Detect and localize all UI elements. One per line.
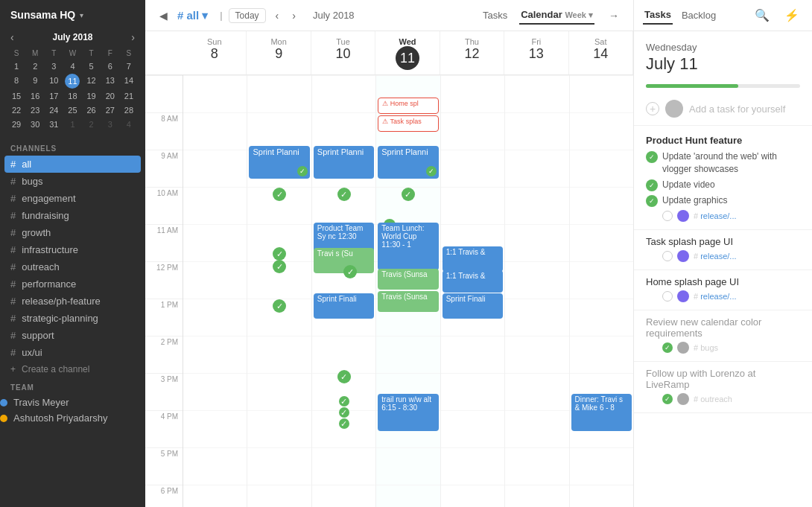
dom-tue: 10: [314, 46, 372, 62]
mini-cal-day[interactable]: 3: [45, 60, 63, 73]
event-sprint-planni-mon[interactable]: Sprint Planni: [249, 146, 309, 179]
avatar: [0, 415, 7, 422]
mini-cal-day[interactable]: 11: [65, 74, 80, 89]
mini-cal-day[interactable]: 8: [7, 74, 25, 89]
sidebar-item-bugs[interactable]: #bugs: [0, 173, 145, 190]
event-sprint-planni-tue[interactable]: Sprint Planni: [314, 146, 374, 179]
sidebar-item-growth[interactable]: #growth: [0, 224, 145, 241]
progress-bar: [646, 84, 738, 88]
mini-cal-day[interactable]: 23: [26, 103, 44, 117]
sidebar-item-support[interactable]: #support: [0, 327, 145, 344]
mini-cal-day[interactable]: 25: [63, 103, 81, 117]
search-btn[interactable]: 🔍: [751, 7, 773, 24]
prev-week-btn[interactable]: ‹: [272, 7, 283, 24]
mini-cal-day[interactable]: 18: [63, 89, 81, 103]
mini-cal-day[interactable]: 9: [26, 74, 44, 89]
day-col-tue: Sprint Planni Product Team Sy nc 12:30 T…: [311, 75, 375, 507]
add-task-row[interactable]: + Add a task for yourself: [634, 95, 812, 126]
sidebar-item-ux-ui[interactable]: #ux/ui: [0, 344, 145, 361]
expand-btn[interactable]: →: [605, 7, 623, 24]
mini-cal-day[interactable]: 6: [101, 60, 119, 73]
mini-cal-day[interactable]: 29: [7, 118, 25, 131]
mini-cal-day[interactable]: 10: [45, 74, 63, 89]
sidebar-item-engagement[interactable]: #engagement: [0, 190, 145, 207]
mini-cal-day[interactable]: 30: [26, 118, 44, 131]
right-date-header: Wednesday July 11: [634, 31, 812, 78]
sidebar-item-infrastructure[interactable]: #infrastructure: [0, 241, 145, 258]
today-btn[interactable]: Today: [229, 8, 266, 23]
hash-icon: #: [10, 296, 16, 307]
mini-cal-day[interactable]: 20: [101, 89, 119, 103]
event-sprint-final-tue[interactable]: Sprint Finali: [314, 293, 374, 319]
channel-name: bugs: [22, 176, 42, 187]
mini-cal-day[interactable]: 7: [120, 60, 138, 73]
event-team-lunch[interactable]: Team Lunch: World Cup 11:30 - 1: [378, 223, 438, 270]
calendar-toolbar: ◀ # all ▾ | Today ‹ › July 2018 Tasks Ca…: [145, 0, 633, 31]
sidebar-item-outreach[interactable]: #outreach: [0, 258, 145, 275]
channel-name: engagement: [22, 193, 75, 204]
mini-cal-prev[interactable]: ‹: [7, 31, 17, 43]
mini-cal-day[interactable]: 21: [120, 89, 138, 103]
event-task-splash[interactable]: ⚠ Task splas: [378, 115, 438, 132]
day-col-mon: Sprint Planni: [247, 75, 311, 507]
calendar-tab[interactable]: Calendar Week ▾: [519, 6, 594, 25]
mini-cal-day[interactable]: 24: [45, 103, 63, 117]
mini-cal-day[interactable]: 15: [7, 89, 25, 103]
mini-cal-day[interactable]: 26: [83, 103, 101, 117]
tasks-tab[interactable]: Tasks: [481, 7, 509, 24]
mini-cal-day[interactable]: 2: [83, 118, 101, 131]
mini-cal-day[interactable]: 17: [45, 89, 63, 103]
create-channel-label: Create a channel: [22, 364, 89, 374]
channel-name: release/ph-feature: [22, 296, 101, 307]
channel-name: growth: [22, 227, 51, 238]
task-splash-ui: Task splash page UI release/...: [634, 230, 812, 270]
sidebar-item-performance[interactable]: #performance: [0, 275, 145, 293]
hash-icon: #: [10, 159, 16, 170]
mini-cal-day[interactable]: 4: [120, 118, 138, 131]
add-task-placeholder: Add a task for yourself: [689, 103, 785, 115]
event-travis-thu-1[interactable]: 1:1 Travis &: [443, 246, 503, 272]
mini-cal-day[interactable]: 28: [120, 103, 138, 117]
sidebar-item-release-ph-feature[interactable]: #release/ph-feature: [0, 293, 145, 310]
mini-cal-day[interactable]: 4: [63, 60, 81, 73]
task-splash-meta: release/...: [646, 250, 800, 262]
add-task-icon: +: [646, 102, 659, 115]
mini-cal-day[interactable]: 22: [7, 103, 25, 117]
mini-cal-day[interactable]: 1: [7, 60, 25, 73]
mini-cal-day[interactable]: 1: [63, 118, 81, 131]
team-member-name: Travis Meyer: [13, 397, 69, 408]
mini-cal-day[interactable]: 14: [120, 74, 138, 89]
dom-thu: 12: [443, 46, 501, 62]
dow-tue: Tue: [314, 37, 372, 46]
mini-cal-day[interactable]: 5: [83, 60, 101, 73]
next-week-btn[interactable]: ›: [288, 7, 299, 24]
right-tasks-tab[interactable]: Tasks: [643, 6, 673, 25]
create-channel-btn[interactable]: + Create a channel: [0, 361, 145, 377]
user-avatar: [665, 100, 683, 118]
mini-cal-day[interactable]: 3: [101, 118, 119, 131]
sidebar-item-all[interactable]: #all: [4, 156, 141, 173]
event-dinner-sat[interactable]: Dinner: Travi s & Mike 6 - 8: [571, 394, 632, 431]
mini-cal-day[interactable]: 27: [101, 103, 119, 117]
mini-cal-day[interactable]: 13: [101, 74, 119, 89]
sidebar-item-fundraising[interactable]: #fundraising: [0, 207, 145, 224]
event-travis-wed-2[interactable]: Travis (Sunsa: [378, 291, 438, 312]
dom-fri: 13: [507, 46, 565, 62]
right-backlog-tab[interactable]: Backlog: [680, 7, 717, 24]
event-travis-thu-2[interactable]: 1:1 Travis &: [443, 270, 503, 293]
event-trail-run[interactable]: trail run w/w alt 6:15 - 8:30: [378, 394, 438, 431]
task-check-done-3: [646, 195, 658, 207]
event-sprint-final-thu[interactable]: Sprint Finali: [443, 293, 503, 319]
mini-cal-day[interactable]: 2: [26, 60, 44, 73]
mini-cal-day[interactable]: 12: [83, 74, 101, 89]
mini-cal-day[interactable]: 16: [26, 89, 44, 103]
event-travis-wed-1[interactable]: Travis (Sunsa: [378, 269, 438, 290]
sidebar-item-strategic-planning[interactable]: #strategic-planning: [0, 310, 145, 327]
mini-cal-day[interactable]: 19: [83, 89, 101, 103]
mini-cal-day[interactable]: 31: [45, 118, 63, 131]
collapse-sidebar-btn[interactable]: ◀: [156, 7, 171, 24]
mini-cal-next[interactable]: ›: [128, 31, 138, 43]
lightning-btn[interactable]: ⚡: [781, 7, 803, 24]
event-home-splash[interactable]: ⚠ Home spl: [378, 98, 438, 114]
event-sprint-planni-wed[interactable]: Sprint Planni: [378, 146, 438, 179]
